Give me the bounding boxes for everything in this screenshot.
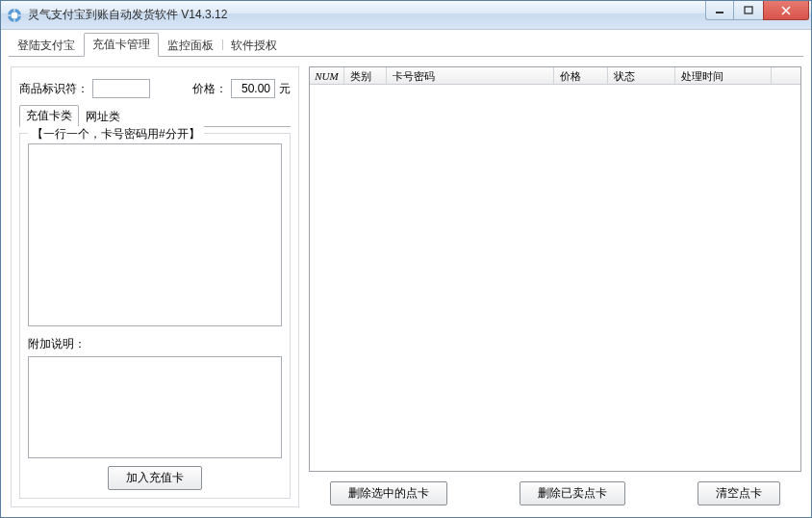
product-row: 商品标识符： 价格： 元 bbox=[19, 79, 291, 98]
right-panel: NUM 类别 卡号密码 价格 状态 处理时间 删除选中的点卡 删除已卖点卡 清空… bbox=[309, 66, 801, 507]
clear-button[interactable]: 清空点卡 bbox=[698, 481, 780, 505]
col-tail bbox=[772, 67, 800, 84]
svg-point-1 bbox=[12, 12, 18, 18]
list-header: NUM 类别 卡号密码 价格 状态 处理时间 bbox=[310, 67, 800, 85]
svg-rect-2 bbox=[716, 12, 723, 13]
col-category[interactable]: 类别 bbox=[344, 67, 387, 84]
minimize-button[interactable] bbox=[705, 1, 734, 20]
tab-login[interactable]: 登陆支付宝 bbox=[9, 34, 84, 57]
col-time[interactable]: 处理时间 bbox=[675, 67, 772, 84]
subtab-urls[interactable]: 网址类 bbox=[79, 106, 127, 127]
svg-rect-3 bbox=[745, 7, 752, 13]
maximize-button[interactable] bbox=[734, 1, 763, 20]
tab-card-manage[interactable]: 充值卡管理 bbox=[84, 33, 159, 57]
tab-body: 商品标识符： 价格： 元 充值卡类 网址类 【一行一个，卡号密码用#分开】 附加… bbox=[9, 57, 803, 509]
col-state[interactable]: 状态 bbox=[608, 67, 675, 84]
main-tabstrip: 登陆支付宝 充值卡管理 监控面板 软件授权 bbox=[9, 36, 803, 57]
window-buttons bbox=[705, 1, 811, 29]
price-unit: 元 bbox=[279, 81, 291, 97]
card-listview[interactable]: NUM 类别 卡号密码 价格 状态 处理时间 bbox=[309, 66, 801, 472]
app-icon bbox=[7, 8, 22, 23]
cards-group-legend: 【一行一个，卡号密码用#分开】 bbox=[28, 126, 204, 142]
close-button[interactable] bbox=[763, 1, 809, 20]
add-card-button[interactable]: 加入充值卡 bbox=[108, 466, 202, 490]
tab-monitor[interactable]: 监控面板 bbox=[159, 34, 222, 57]
price-label: 价格： bbox=[192, 81, 227, 97]
product-id-input[interactable] bbox=[92, 79, 150, 98]
delete-selected-button[interactable]: 删除选中的点卡 bbox=[330, 481, 447, 505]
left-panel: 商品标识符： 价格： 元 充值卡类 网址类 【一行一个，卡号密码用#分开】 附加… bbox=[11, 66, 299, 507]
list-body[interactable] bbox=[310, 85, 800, 471]
product-id-label: 商品标识符： bbox=[19, 81, 89, 97]
bottom-buttons: 删除选中的点卡 删除已卖点卡 清空点卡 bbox=[309, 472, 801, 507]
cards-group: 【一行一个，卡号密码用#分开】 附加说明： 加入充值卡 bbox=[19, 133, 291, 499]
notes-textarea[interactable] bbox=[28, 356, 282, 458]
price-input[interactable] bbox=[231, 79, 275, 98]
delete-sold-button[interactable]: 删除已卖点卡 bbox=[520, 481, 625, 505]
notes-label: 附加说明： bbox=[28, 336, 282, 352]
app-window: 灵气支付宝到账自动发货软件 V14.3.12 登陆支付宝 充值卡管理 监控面板 … bbox=[0, 0, 812, 518]
subtab-cards[interactable]: 充值卡类 bbox=[19, 105, 79, 127]
col-price[interactable]: 价格 bbox=[554, 67, 608, 84]
titlebar[interactable]: 灵气支付宝到账自动发货软件 V14.3.12 bbox=[1, 1, 811, 30]
col-num[interactable]: NUM bbox=[310, 67, 344, 84]
client-area: 登陆支付宝 充值卡管理 监控面板 软件授权 商品标识符： 价格： 元 充值卡类 … bbox=[1, 30, 811, 517]
sub-tabstrip: 充值卡类 网址类 bbox=[19, 108, 291, 127]
tab-license[interactable]: 软件授权 bbox=[222, 34, 286, 57]
window-title: 灵气支付宝到账自动发货软件 V14.3.12 bbox=[28, 7, 705, 23]
cards-textarea[interactable] bbox=[28, 143, 282, 326]
col-code[interactable]: 卡号密码 bbox=[387, 67, 554, 84]
